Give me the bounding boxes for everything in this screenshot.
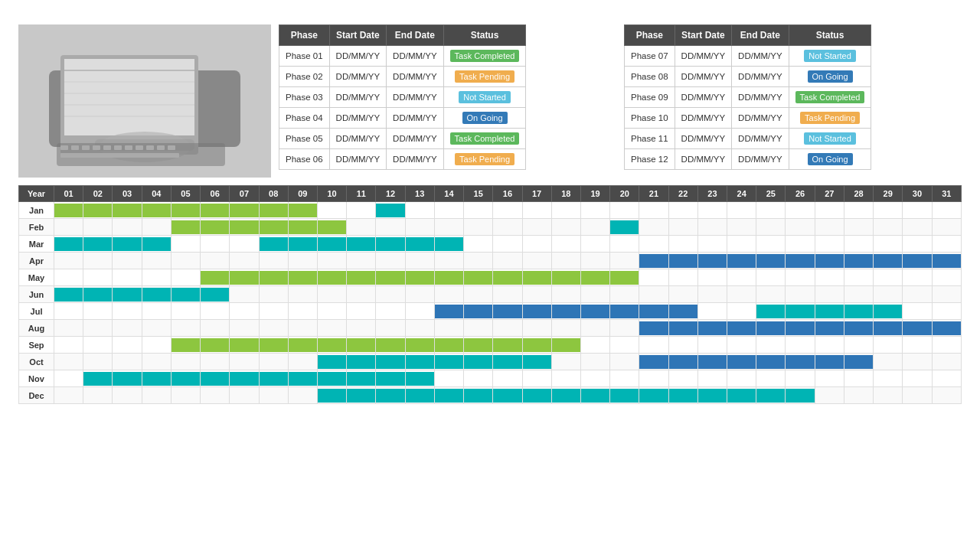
gantt-cell — [171, 253, 200, 269]
gantt-cell — [434, 269, 463, 286]
gantt-cell — [434, 219, 463, 236]
gantt-cell — [727, 303, 756, 320]
gantt-col-header: 14 — [434, 186, 463, 202]
status-badge: On Going — [808, 70, 853, 83]
gantt-cell — [347, 320, 376, 337]
gantt-cell — [697, 253, 727, 269]
gantt-row: Sep — [19, 337, 962, 354]
table1-phase: Phase 01 — [279, 46, 330, 67]
status-badge: Not Started — [459, 91, 511, 103]
gantt-cell — [756, 202, 786, 219]
gantt-cell — [727, 269, 756, 286]
gantt-cell — [493, 320, 522, 337]
table2-end: DD/MM/YY — [732, 67, 789, 87]
gantt-month-label: Jun — [19, 286, 54, 303]
gantt-cell — [639, 303, 668, 320]
gantt-col-header: 23 — [697, 186, 727, 202]
table2-start: DD/MM/YY — [675, 108, 732, 129]
gantt-col-header: 29 — [874, 186, 903, 202]
gantt-cell — [522, 370, 551, 387]
table2-row: Phase 08DD/MM/YYDD/MM/YYOn Going — [625, 67, 871, 87]
gantt-cell — [610, 219, 639, 236]
gantt-col-header: 31 — [932, 186, 961, 202]
gantt-cell — [317, 236, 346, 253]
gantt-cell — [171, 337, 200, 354]
gantt-col-header: 06 — [201, 186, 230, 202]
gantt-cell — [434, 236, 463, 253]
table1-row: Phase 02DD/MM/YYDD/MM/YYTask Pending — [279, 67, 526, 87]
gantt-cell — [230, 320, 259, 337]
gantt-cell — [201, 354, 230, 370]
gantt-cell — [317, 387, 346, 404]
table2-end: DD/MM/YY — [732, 87, 789, 108]
gantt-cell — [697, 370, 727, 387]
gantt-col-header: 07 — [230, 186, 259, 202]
gantt-cell — [405, 253, 434, 269]
gantt-cell — [493, 202, 522, 219]
gantt-cell — [288, 387, 317, 404]
photo-box — [18, 24, 271, 178]
gantt-section: Year010203040506070809101112131415161718… — [18, 185, 962, 404]
gantt-cell — [288, 236, 317, 253]
gantt-cell — [464, 370, 493, 387]
gantt-cell — [815, 236, 844, 253]
gantt-cell — [668, 219, 697, 236]
gantt-cell — [697, 269, 727, 286]
status-badge: Task Pending — [455, 70, 514, 83]
gantt-row: Jan — [19, 202, 962, 219]
gantt-cell — [551, 370, 580, 387]
svg-rect-15 — [93, 145, 100, 150]
gantt-cell — [201, 370, 230, 387]
gantt-cell — [815, 286, 844, 303]
gantt-cell — [932, 337, 961, 354]
table1-phase: Phase 03 — [279, 87, 330, 108]
gantt-cell — [464, 354, 493, 370]
gantt-cell — [54, 202, 83, 219]
gantt-cell — [201, 269, 230, 286]
gantt-cell — [844, 286, 873, 303]
gantt-col-header: 18 — [551, 186, 580, 202]
gantt-cell — [142, 303, 171, 320]
gantt-cell — [639, 354, 668, 370]
gantt-cell — [259, 387, 288, 404]
gantt-cell — [405, 202, 434, 219]
gantt-cell — [83, 236, 113, 253]
gantt-cell — [697, 337, 727, 354]
gantt-cell — [903, 219, 932, 236]
table1-row: Phase 03DD/MM/YYDD/MM/YYNot Started — [279, 87, 526, 108]
gantt-cell — [756, 320, 786, 337]
gantt-cell — [580, 354, 609, 370]
gantt-cell — [230, 354, 259, 370]
gantt-month-label: Aug — [19, 320, 54, 337]
gantt-cell — [201, 387, 230, 404]
gantt-cell — [522, 286, 551, 303]
gantt-cell — [317, 303, 346, 320]
gantt-cell — [844, 269, 873, 286]
gantt-cell — [903, 320, 932, 337]
gantt-cell — [844, 320, 873, 337]
gantt-cell — [727, 236, 756, 253]
gantt-col-header: 09 — [288, 186, 317, 202]
gantt-col-header: 26 — [786, 186, 815, 202]
gantt-cell — [903, 370, 932, 387]
gantt-cell — [874, 354, 903, 370]
gantt-cell — [83, 337, 113, 354]
gantt-cell — [874, 236, 903, 253]
gantt-cell — [580, 370, 609, 387]
gantt-cell — [464, 253, 493, 269]
gantt-cell — [786, 253, 815, 269]
gantt-cell — [113, 253, 142, 269]
gantt-cell — [932, 202, 961, 219]
gantt-cell — [874, 202, 903, 219]
gantt-cell — [83, 219, 113, 236]
table1-start: DD/MM/YY — [329, 46, 387, 67]
gantt-row: Feb — [19, 219, 962, 236]
table2-status: On Going — [789, 149, 871, 170]
table1-start: DD/MM/YY — [329, 87, 387, 108]
gantt-cell — [610, 370, 639, 387]
gantt-cell — [580, 253, 609, 269]
gantt-cell — [522, 253, 551, 269]
gantt-cell — [464, 286, 493, 303]
gantt-cell — [580, 202, 609, 219]
gantt-cell — [113, 219, 142, 236]
